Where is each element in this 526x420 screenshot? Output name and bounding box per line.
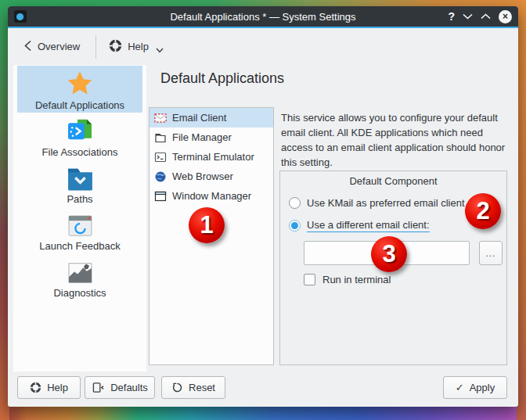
defaults-button[interactable]: Defaults: [85, 376, 155, 399]
list-item-web-browser[interactable]: Web Browser: [150, 167, 273, 186]
radio-row-kmail: Use KMail as preferred email client: [289, 197, 465, 209]
run-in-terminal-checkbox[interactable]: [304, 274, 315, 285]
help-button[interactable]: Help: [17, 376, 81, 399]
run-in-terminal-row: Run in terminal: [304, 274, 391, 285]
page-title: Default Applications: [160, 70, 284, 87]
annotation-badge-2: 2: [465, 193, 501, 229]
chevron-down-icon: [156, 44, 164, 56]
overview-back-button[interactable]: Overview: [19, 34, 85, 59]
list-item-terminal-emulator[interactable]: Terminal Emulator: [150, 147, 273, 167]
system-settings-window: Default Applications * — System Settings…: [8, 6, 518, 407]
folder-icon: [66, 162, 95, 192]
window-title: Default Applications * — System Settings: [8, 11, 518, 23]
kmail-radio-button[interactable]: [289, 197, 301, 209]
annotation-badge-3: 3: [371, 236, 407, 272]
undo-reset-icon: [171, 382, 183, 393]
terminal-icon: [154, 151, 167, 163]
email-icon: [154, 112, 167, 124]
lifebuoy-help-icon: [109, 39, 122, 55]
back-chevron-icon: [23, 40, 32, 54]
globe-icon: [154, 171, 167, 183]
diagnostics-icon: [66, 256, 95, 285]
service-description: This service allows you to configure you…: [281, 110, 507, 170]
different-client-radio-button[interactable]: [289, 220, 301, 232]
maximize-icon[interactable]: [481, 13, 491, 20]
toolbar-separator: [95, 35, 96, 59]
groupbox-title: Default Component: [280, 175, 506, 187]
close-icon[interactable]: ×: [499, 10, 512, 23]
annotation-badge-1: 1: [189, 207, 225, 243]
help-menu-button[interactable]: Help: [104, 34, 168, 59]
titlebar[interactable]: Default Applications * — System Settings…: [8, 6, 518, 27]
radio-row-custom-client: Use a different email client:: [289, 219, 430, 232]
sidebar-item-default-applications[interactable]: Default Applications: [17, 66, 142, 113]
titlebar-help-button[interactable]: ?: [448, 11, 455, 22]
list-item-file-manager[interactable]: File Manager: [150, 127, 273, 147]
checkmark-icon: ✓: [456, 382, 464, 393]
list-item-window-manager[interactable]: Window Manager: [150, 186, 273, 206]
reset-button[interactable]: Reset: [161, 376, 225, 399]
toolbar: Overview Help: [8, 28, 518, 65]
sidebar-item-diagnostics[interactable]: Diagnostics: [17, 253, 142, 300]
sidebar-item-launch-feedback[interactable]: Launch Feedback: [17, 206, 142, 253]
lifebuoy-help-icon: [30, 382, 41, 393]
minimize-icon[interactable]: [463, 13, 473, 20]
sidebar-item-paths[interactable]: Paths: [17, 160, 142, 206]
browse-button[interactable]: ...: [479, 241, 503, 265]
sidebar-item-file-associations[interactable]: File Associations: [17, 113, 142, 160]
category-sidebar: Default Applications File Associations: [13, 65, 146, 372]
apply-button[interactable]: ✓ Apply: [443, 376, 507, 399]
defaults-icon: [92, 382, 105, 393]
button-footer: Help Defaults Reset ✓ Apply: [8, 372, 518, 407]
window-icon: [154, 190, 167, 203]
star-icon: [65, 68, 95, 98]
system-settings-app-icon: [14, 10, 27, 23]
content-area: Default Applications File Associations: [8, 65, 518, 372]
folder-outline-icon: [154, 131, 167, 144]
list-item-email-client[interactable]: Email Client: [150, 108, 273, 127]
file-associations-icon: [65, 115, 95, 145]
launch-feedback-icon: [66, 209, 95, 239]
